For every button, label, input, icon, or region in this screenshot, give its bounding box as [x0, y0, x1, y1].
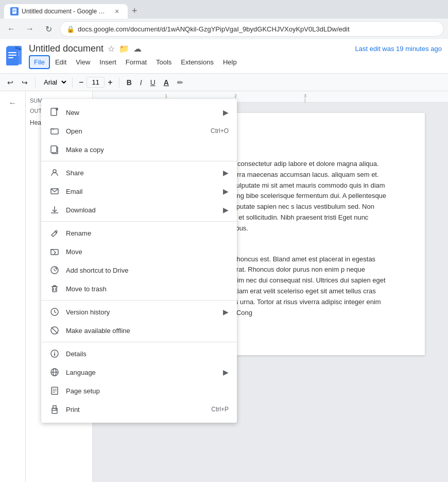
toolbar-separator-3: [119, 77, 119, 88]
shortcut-icon: [49, 265, 60, 275]
menu-bar: File Edit View Insert Format Tools Exten…: [29, 55, 442, 69]
sidebar-toggle-button[interactable]: ←: [6, 95, 20, 111]
menu-label-page-setup: Page setup: [66, 387, 229, 395]
new-icon: [49, 107, 60, 118]
doc-title-row: Untitled document ☆ 📁 ☁ Last edit was 19…: [29, 43, 442, 54]
menu-item-tools[interactable]: Tools: [152, 56, 176, 68]
trash-icon: [49, 284, 60, 294]
menu-item-file[interactable]: File: [29, 55, 50, 69]
menu-item-trash[interactable]: Move to trash: [41, 279, 237, 298]
address-bar[interactable]: 🔒 docs.google.com/document/d/1wANQkil-Gz…: [60, 21, 444, 37]
highlight-button[interactable]: ✏: [174, 76, 186, 89]
font-size-increase-button[interactable]: +: [106, 77, 114, 88]
menu-label-offline: Make available offline: [66, 327, 229, 335]
menu-item-new[interactable]: New ▶: [41, 103, 237, 122]
font-size-decrease-button[interactable]: −: [77, 77, 85, 88]
star-icon[interactable]: ☆: [108, 44, 115, 54]
menu-item-insert[interactable]: Insert: [95, 56, 120, 68]
tab-title: Untitled document - Google Doc...: [22, 8, 109, 15]
menu-label-shortcut: Add shortcut to Drive: [66, 267, 229, 274]
menu-item-offline[interactable]: Make available offline: [41, 321, 237, 340]
menu-item-view[interactable]: View: [72, 56, 94, 68]
menu-item-help[interactable]: Help: [219, 56, 241, 68]
font-size-value[interactable]: 11: [87, 77, 105, 88]
menu-label-language: Language: [66, 369, 217, 376]
menu-item-share[interactable]: Share ▶: [41, 163, 237, 182]
font-size-area: − 11 +: [77, 77, 115, 88]
menu-item-format[interactable]: Format: [122, 56, 151, 68]
menu-item-details[interactable]: Details: [41, 344, 237, 363]
file-menu: New ▶ Open Ctrl+O Make a copy: [41, 99, 237, 423]
italic-button[interactable]: I: [137, 76, 145, 89]
menu-label-copy: Make a copy: [66, 146, 229, 154]
menu-item-email[interactable]: Email ▶: [41, 182, 237, 201]
menu-label-open: Open: [66, 127, 204, 135]
toolbar: ↩ ↪ Arial − 11 + B I U A ✏: [0, 74, 448, 91]
download-icon: [49, 205, 60, 215]
svg-rect-13: [8, 52, 16, 53]
menu-item-edit[interactable]: Edit: [51, 56, 71, 68]
print-icon: [49, 404, 60, 414]
menu-item-version-history[interactable]: Version history ▶: [41, 303, 237, 321]
menu-arrow-email: ▶: [223, 187, 229, 195]
svg-point-54: [56, 409, 57, 410]
active-tab[interactable]: Untitled document - Google Doc... ×: [4, 4, 128, 19]
menu-label-new: New: [66, 109, 217, 117]
menu-item-download[interactable]: Download ▶: [41, 201, 237, 219]
menu-item-page-setup[interactable]: Page setup: [41, 381, 237, 400]
details-icon: [49, 348, 60, 359]
svg-text:3: 3: [304, 93, 306, 98]
menu-item-add-shortcut[interactable]: Add shortcut to Drive: [41, 261, 237, 279]
toolbar-separator-2: [72, 77, 73, 88]
offline-icon: [49, 325, 60, 336]
bold-button[interactable]: B: [124, 76, 135, 89]
back-button[interactable]: ←: [4, 22, 19, 36]
font-name-select[interactable]: Arial: [40, 76, 68, 89]
font-color-button[interactable]: A: [161, 76, 172, 89]
menu-label-trash: Move to trash: [66, 285, 229, 293]
menu-item-print[interactable]: Print Ctrl+P: [41, 400, 237, 419]
new-tab-button[interactable]: +: [128, 4, 142, 19]
move-icon: [49, 246, 60, 257]
svg-rect-27: [51, 146, 57, 153]
menu-item-language[interactable]: Language ▶: [41, 363, 237, 381]
menu-arrow-download: ▶: [223, 206, 229, 214]
open-icon: [49, 126, 60, 136]
file-menu-section-1: New ▶ Open Ctrl+O Make a copy: [41, 101, 237, 161]
tab-close-icon[interactable]: ×: [112, 7, 122, 16]
redo-button[interactable]: ↪: [19, 76, 31, 89]
doc-title[interactable]: Untitled document: [29, 43, 104, 54]
undo-button[interactable]: ↩: [4, 76, 16, 89]
menu-arrow-version-history: ▶: [223, 308, 229, 316]
share-icon: [49, 168, 60, 178]
menu-item-open[interactable]: Open Ctrl+O: [41, 122, 237, 140]
forward-button[interactable]: →: [23, 22, 37, 36]
svg-rect-52: [52, 410, 57, 413]
svg-rect-24: [56, 108, 58, 110]
menu-item-make-copy[interactable]: Make a copy: [41, 140, 237, 159]
copy-icon: [49, 144, 60, 155]
underline-button[interactable]: U: [147, 76, 159, 89]
version-history-icon: [49, 307, 60, 317]
menu-label-share: Share: [66, 169, 217, 177]
menu-item-move[interactable]: Move: [41, 242, 237, 261]
svg-rect-53: [53, 406, 56, 408]
svg-text:1: 1: [165, 93, 167, 98]
menu-item-rename[interactable]: Rename: [41, 224, 237, 242]
header-right: Untitled document ☆ 📁 ☁ Last edit was 19…: [29, 43, 442, 69]
folder-icon[interactable]: 📁: [119, 44, 129, 54]
file-menu-section-3: Rename Move Add shortcut to Drive: [41, 222, 237, 301]
toolbar-separator-1: [35, 77, 36, 88]
svg-rect-11: [6, 47, 19, 65]
app-shell: Untitled document ☆ 📁 ☁ Last edit was 19…: [0, 39, 448, 482]
cloud-icon[interactable]: ☁: [133, 44, 142, 54]
menu-item-extensions[interactable]: Extensions: [177, 56, 218, 68]
reload-button[interactable]: ↻: [41, 22, 56, 36]
email-icon: [49, 186, 60, 196]
lock-icon: 🔒: [66, 25, 75, 33]
menu-label-email: Email: [66, 188, 217, 195]
file-menu-section-2: Share ▶ Email ▶ Download ▶: [41, 161, 237, 222]
tab-bar: Untitled document - Google Doc... × +: [0, 0, 448, 19]
tab-favicon: [10, 7, 19, 15]
menu-label-rename: Rename: [66, 229, 229, 237]
